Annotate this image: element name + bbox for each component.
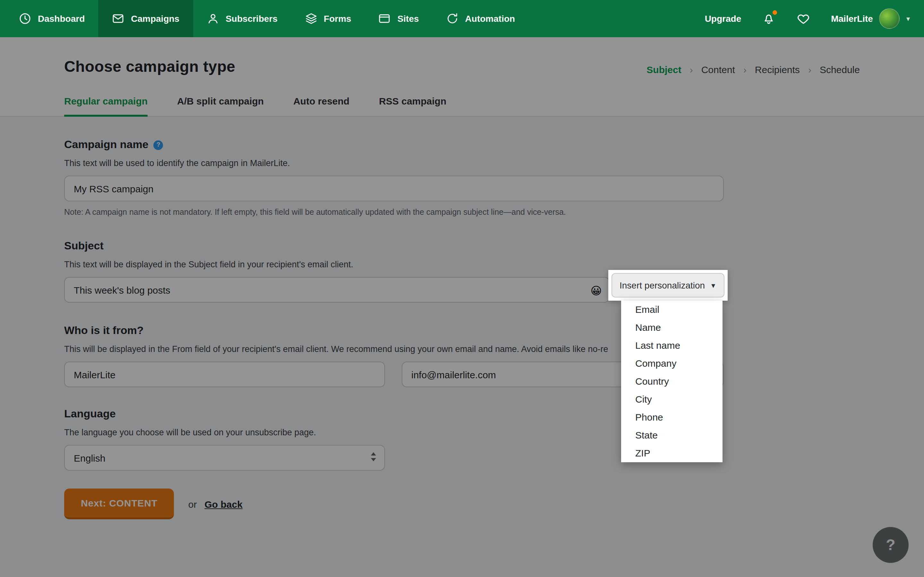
- dropdown-item-state[interactable]: State: [621, 426, 722, 444]
- account-name: MailerLite: [831, 13, 873, 24]
- person-icon: [206, 12, 219, 25]
- nav-item-forms[interactable]: Forms: [291, 0, 365, 37]
- nav-item-dashboard[interactable]: Dashboard: [5, 0, 98, 37]
- insert-personalization-label: Insert personalization: [620, 280, 705, 290]
- avatar: [879, 8, 900, 29]
- nav-item-label: Forms: [324, 13, 351, 24]
- layers-icon: [304, 12, 317, 25]
- dropdown-item-country[interactable]: Country: [621, 372, 722, 390]
- dropdown-item-phone[interactable]: Phone: [621, 408, 722, 426]
- nav-item-automation[interactable]: Automation: [433, 0, 529, 37]
- dim-overlay: [0, 37, 924, 577]
- chevron-down-icon: ▾: [906, 15, 910, 23]
- account-menu[interactable]: MailerLite ▾: [831, 8, 910, 29]
- nav-items: Dashboard Campaigns Subscribers Forms: [0, 0, 528, 37]
- nav-item-label: Campaigns: [131, 13, 179, 24]
- heart-icon: [796, 11, 811, 26]
- dropdown-item-last-name[interactable]: Last name: [621, 337, 722, 355]
- personalization-dropdown: Email Name Last name Company Country Cit…: [621, 301, 722, 462]
- browser-icon: [378, 12, 391, 25]
- nav-item-label: Automation: [465, 13, 515, 24]
- nav-item-label: Subscribers: [226, 13, 278, 24]
- dropdown-item-zip[interactable]: ZIP: [621, 444, 722, 462]
- sync-icon: [446, 12, 459, 25]
- nav-item-subscribers[interactable]: Subscribers: [193, 0, 291, 37]
- content-area: Choose campaign type Subject › Content ›…: [0, 37, 924, 577]
- nav-item-sites[interactable]: Sites: [365, 0, 433, 37]
- mailerlite-app: Dashboard Campaigns Subscribers Forms: [0, 0, 924, 577]
- nav-item-campaigns[interactable]: Campaigns: [98, 0, 193, 37]
- nav-right: Upgrade MailerLite ▾: [705, 0, 924, 37]
- top-navbar: Dashboard Campaigns Subscribers Forms: [0, 0, 924, 37]
- dropdown-item-email[interactable]: Email: [621, 301, 722, 319]
- favorites-button[interactable]: [796, 11, 811, 26]
- dropdown-item-name[interactable]: Name: [621, 319, 722, 337]
- chevron-down-icon: ▼: [710, 282, 716, 289]
- nav-item-label: Dashboard: [38, 13, 85, 24]
- personalization-spotlight: Insert personalization ▼ Email Name Last…: [608, 270, 728, 301]
- upgrade-link[interactable]: Upgrade: [705, 13, 741, 24]
- envelope-icon: [111, 12, 124, 25]
- nav-item-label: Sites: [397, 13, 419, 24]
- insert-personalization-button[interactable]: Insert personalization ▼: [612, 273, 724, 298]
- dropdown-item-city[interactable]: City: [621, 390, 722, 408]
- personalization-button-box: Insert personalization ▼: [608, 270, 728, 301]
- dropdown-item-company[interactable]: Company: [621, 355, 722, 372]
- notifications-button[interactable]: [762, 11, 776, 26]
- notification-dot: [772, 10, 778, 15]
- clock-icon: [19, 12, 31, 25]
